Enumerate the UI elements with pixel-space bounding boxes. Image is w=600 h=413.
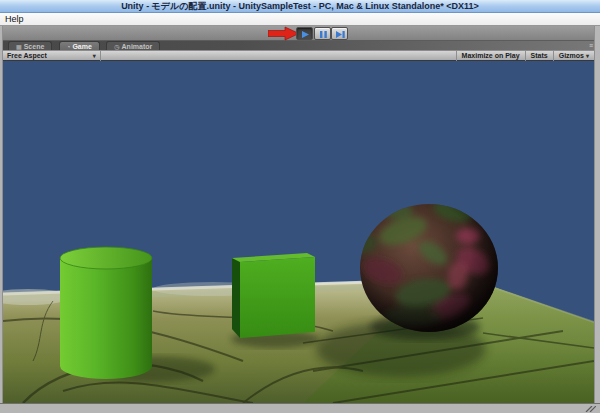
tab-game[interactable]: ◔Game [59, 41, 100, 50]
maximize-on-play-button[interactable]: Maximize on Play [456, 51, 525, 61]
game-view-toolbar: Free Aspect▾ Maximize on PlayStatsGizmos… [0, 50, 600, 61]
resize-grip-icon[interactable] [584, 406, 596, 412]
window-frame-right [594, 26, 600, 403]
pause-button[interactable] [314, 27, 331, 40]
tab-scene[interactable]: ▦Scene [8, 41, 52, 50]
pause-icon [315, 28, 332, 41]
panel-menu-icon[interactable]: ≡ [589, 41, 593, 50]
stats-button[interactable]: Stats [525, 51, 553, 61]
scene-render [3, 61, 594, 403]
menu-bar: Help [0, 13, 600, 26]
window-bottom-bar [0, 403, 600, 413]
cube [232, 253, 315, 338]
aspect-dropdown[interactable]: Free Aspect▾ [3, 51, 101, 61]
panel-tab-bar: ▦Scene ◔Game ◷Animator ≡ [0, 41, 600, 50]
play-button[interactable] [296, 27, 313, 40]
unity-window: Unity - モデルの配置.unity - UnitySampleTest -… [0, 0, 600, 413]
step-button[interactable] [331, 27, 348, 40]
window-title: Unity - モデルの配置.unity - UnitySampleTest -… [121, 1, 479, 11]
title-bar: Unity - モデルの配置.unity - UnitySampleTest -… [0, 0, 600, 13]
tab-animator[interactable]: ◷Animator [106, 41, 160, 50]
game-viewport[interactable] [3, 61, 594, 403]
menu-help[interactable]: Help [0, 13, 29, 26]
chevron-down-icon: ▾ [93, 53, 96, 59]
window-frame-left [0, 26, 3, 403]
play-icon [297, 28, 314, 41]
cylinder [60, 247, 152, 379]
chevron-down-icon: ▾ [586, 53, 589, 59]
step-icon [332, 28, 349, 41]
gizmos-dropdown[interactable]: Gizmos▾ [553, 51, 594, 61]
play-controls-toolbar [0, 26, 600, 41]
